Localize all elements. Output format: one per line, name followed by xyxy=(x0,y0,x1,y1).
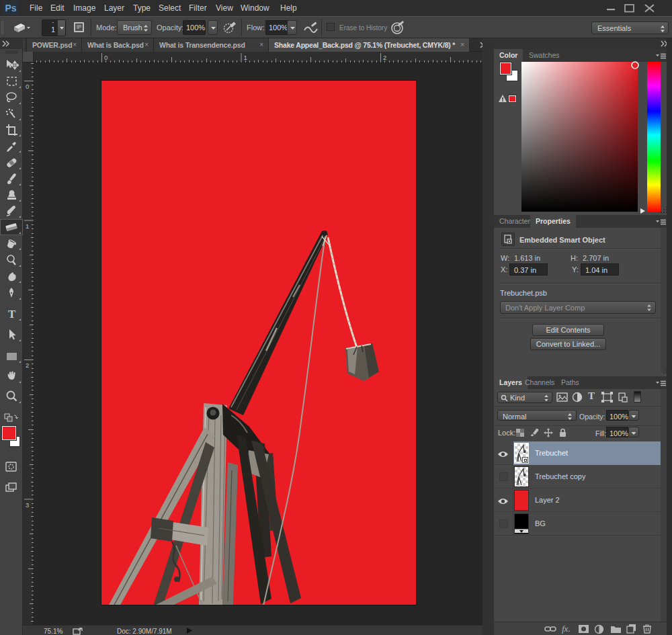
svg-text:3: 3 xyxy=(26,501,29,509)
svg-text:2: 2 xyxy=(383,54,386,61)
svg-text:T: T xyxy=(8,308,16,321)
svg-text:2: 2 xyxy=(26,362,29,369)
svg-text:0: 0 xyxy=(104,54,108,61)
svg-text:1: 1 xyxy=(244,54,247,61)
svg-text:1: 1 xyxy=(26,222,29,230)
svg-text:0: 0 xyxy=(26,83,29,90)
